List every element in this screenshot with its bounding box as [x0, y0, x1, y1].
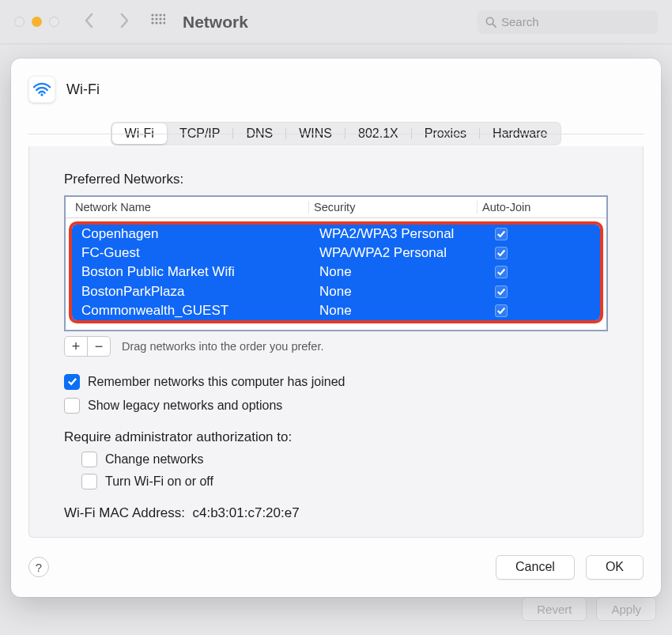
svg-point-7: [163, 17, 165, 20]
table-row[interactable]: Commonwealth_GUESTNone: [72, 301, 600, 320]
wifi-icon: [28, 76, 55, 103]
traffic-lights: [14, 17, 59, 27]
svg-point-2: [159, 13, 161, 16]
cell-autojoin: [482, 285, 600, 298]
legacy-networks-checkbox[interactable]: [64, 398, 80, 414]
prefs-footer-buttons: Revert Apply: [522, 597, 656, 621]
reorder-hint: Drag networks into the order you prefer.: [122, 340, 324, 353]
add-network-button[interactable]: +: [65, 337, 88, 356]
svg-point-11: [163, 21, 165, 24]
svg-line-13: [493, 24, 496, 27]
nav-arrows: [83, 13, 130, 32]
apply-button: Apply: [596, 597, 656, 621]
column-header-autojoin[interactable]: Auto-Join: [478, 201, 606, 214]
help-button[interactable]: ?: [28, 557, 49, 577]
cell-network-name: Boston Public Market Wifi: [72, 264, 315, 280]
auth-change-networks-label: Change networks: [105, 452, 204, 467]
minimize-window-icon[interactable]: [32, 17, 42, 27]
sheet-title: Wi-Fi: [66, 81, 100, 98]
window-toolbar: Network Search: [0, 0, 672, 44]
legacy-networks-label: Show legacy networks and options: [88, 399, 282, 413]
search-input[interactable]: Search: [478, 10, 658, 34]
cell-autojoin: [482, 228, 600, 240]
autojoin-checkbox[interactable]: [495, 285, 508, 298]
column-header-security[interactable]: Security: [309, 201, 478, 214]
svg-point-3: [163, 13, 165, 16]
cell-autojoin: [482, 247, 600, 259]
all-prefs-grid-icon[interactable]: [151, 13, 183, 31]
auth-turn-wifi-checkbox[interactable]: [81, 474, 97, 489]
cell-security: None: [315, 303, 482, 319]
svg-point-10: [159, 21, 161, 24]
svg-point-6: [159, 17, 161, 20]
svg-point-9: [155, 21, 157, 24]
selection-highlight: CopenhagenWPA2/WPA3 PersonalFC-GuestWPA/…: [69, 221, 603, 323]
table-row[interactable]: BostonParkPlazaNone: [72, 282, 600, 301]
preferred-networks-label: Preferred Networks:: [64, 172, 608, 187]
svg-point-5: [155, 17, 157, 20]
autojoin-checkbox[interactable]: [495, 266, 508, 278]
autojoin-checkbox[interactable]: [495, 228, 508, 240]
auth-section-label: Require administrator authorization to:: [64, 429, 608, 445]
back-button[interactable]: [83, 13, 96, 32]
svg-point-14: [40, 93, 43, 96]
add-remove-control: + −: [64, 336, 111, 357]
cell-autojoin: [482, 304, 600, 317]
wifi-panel: Preferred Networks: Network Name Securit…: [28, 146, 644, 538]
table-header-row: Network Name Security Auto-Join: [66, 197, 606, 218]
search-placeholder: Search: [501, 15, 539, 28]
cell-network-name: BostonParkPlaza: [72, 284, 315, 300]
cell-security: None: [315, 264, 482, 280]
revert-button: Revert: [522, 597, 587, 621]
cell-security: WPA/WPA2 Personal: [315, 245, 482, 261]
mac-address-label: Wi-Fi MAC Address:: [64, 505, 185, 520]
mac-address-row: Wi-Fi MAC Address: c4:b3:01:c7:20:e7: [64, 505, 608, 521]
ok-button[interactable]: OK: [586, 555, 644, 580]
table-row[interactable]: Boston Public Market WifiNone: [72, 263, 600, 282]
svg-point-4: [151, 17, 153, 20]
cancel-button[interactable]: Cancel: [496, 555, 575, 580]
cell-security: None: [315, 284, 482, 300]
remove-network-button[interactable]: −: [88, 337, 110, 356]
cell-network-name: FC-Guest: [72, 245, 315, 261]
auth-turn-wifi-label: Turn Wi-Fi on or off: [105, 474, 213, 489]
search-icon: [485, 17, 496, 28]
table-row[interactable]: CopenhagenWPA2/WPA3 Personal: [72, 225, 600, 244]
wifi-advanced-sheet: Wi-Fi Wi-FiTCP/IPDNSWINS802.1XProxiesHar…: [11, 59, 661, 597]
cell-autojoin: [482, 266, 600, 278]
svg-point-0: [151, 13, 153, 16]
remember-networks-label: Remember networks this computer has join…: [88, 375, 345, 389]
close-window-icon[interactable]: [14, 17, 25, 27]
auth-change-networks-checkbox[interactable]: [81, 452, 97, 467]
zoom-window-icon[interactable]: [49, 17, 59, 27]
cell-network-name: Commonwealth_GUEST: [72, 303, 315, 319]
mac-address-value: c4:b3:01:c7:20:e7: [192, 505, 299, 520]
cell-network-name: Copenhagen: [72, 226, 315, 242]
table-row[interactable]: FC-GuestWPA/WPA2 Personal: [72, 244, 600, 263]
preferred-networks-table[interactable]: Network Name Security Auto-Join Copenhag…: [64, 195, 608, 331]
autojoin-checkbox[interactable]: [495, 304, 508, 317]
cell-security: WPA2/WPA3 Personal: [315, 226, 482, 242]
svg-point-1: [155, 13, 157, 16]
forward-button[interactable]: [118, 13, 130, 32]
autojoin-checkbox[interactable]: [495, 247, 508, 259]
window-title: Network: [183, 13, 478, 32]
remember-networks-checkbox[interactable]: [64, 374, 80, 390]
svg-point-8: [151, 21, 153, 24]
column-header-name[interactable]: Network Name: [66, 201, 309, 214]
